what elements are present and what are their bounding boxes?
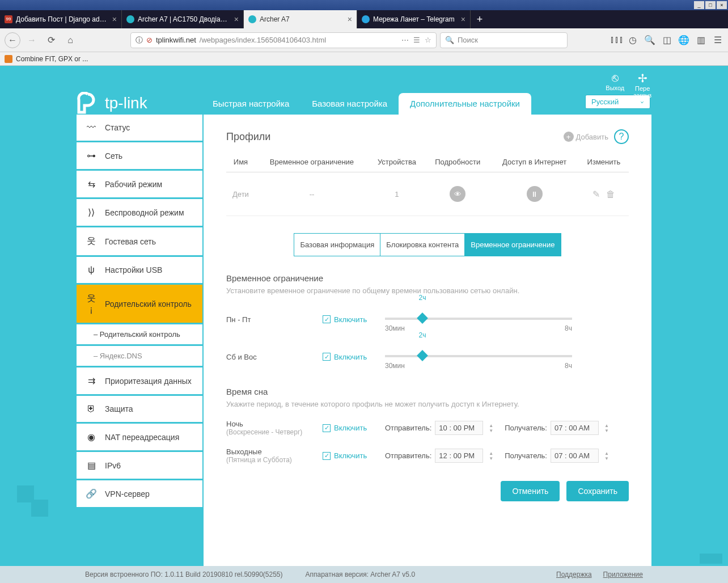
sidebar-item-nat[interactable]: ◉NAT переадресация — [77, 424, 202, 450]
tab-basic[interactable]: Базовая настройка — [300, 93, 399, 115]
time-stepper[interactable]: ▲▼ — [489, 423, 493, 433]
cancel-button[interactable]: Отменить — [501, 481, 560, 501]
time-stepper[interactable]: ▲▼ — [489, 451, 493, 461]
slider-handle[interactable] — [417, 350, 428, 361]
status-icon: 〰 — [86, 122, 97, 133]
browser-tab-telegram[interactable]: Мережа Ланет – Telegram × — [357, 10, 471, 28]
bookmark-icon[interactable]: ☆ — [425, 36, 431, 44]
url-bar[interactable]: ⓘ ⊘ tplinkwifi.net/webpages/index.156508… — [130, 32, 437, 48]
reader-icon[interactable]: ☰ — [413, 36, 420, 44]
library-icon[interactable]: ⫿⫿⫿ — [610, 35, 621, 45]
sidebar-item-security[interactable]: ⛨Защита — [77, 396, 202, 422]
search-icon[interactable]: 🔍 — [644, 35, 655, 45]
tracking-icon[interactable]: ⊘ — [146, 36, 153, 44]
time-stepper[interactable]: ▲▼ — [604, 423, 609, 433]
view-details-button[interactable]: 👁 — [450, 186, 465, 202]
weekend-from-input[interactable]: 12 : 00 PM — [435, 449, 483, 463]
sidebar-item-ipv6[interactable]: ▤IPv6 — [77, 452, 202, 479]
sidebar-sub-yandex-dns[interactable]: Яндекс.DNS — [77, 346, 202, 366]
os-window-bar: _ □ × — [0, 0, 728, 10]
tab-basic-info[interactable]: Базовая информация — [294, 234, 380, 256]
search-icon: 🔍 — [445, 36, 454, 44]
history-icon[interactable]: ◷ — [627, 35, 638, 45]
globe-icon[interactable]: 🌐 — [678, 35, 689, 45]
extension-icon[interactable]: ▥ — [695, 35, 706, 45]
app-link[interactable]: Приложение — [603, 571, 643, 578]
home-button[interactable]: ⌂ — [62, 32, 78, 48]
window-maximize-icon[interactable]: □ — [705, 1, 716, 9]
help-icon[interactable]: ? — [614, 129, 629, 144]
night-sublabel: (Воскресение - Четверг) — [226, 428, 323, 436]
slider-value: 2ч — [419, 331, 426, 339]
logo: tp-link — [77, 92, 201, 115]
browser-tab-archer-admin[interactable]: Archer A7 × — [244, 10, 357, 28]
night-from-input[interactable]: 10 : 00 PM — [435, 421, 483, 435]
pause-internet-button[interactable]: ⏸ — [527, 186, 543, 202]
more-icon[interactable]: ⋯ — [401, 36, 409, 44]
tab-label: Мережа Ланет – Telegram — [373, 15, 455, 23]
pause-icon: ⏸ — [531, 190, 538, 198]
delete-button[interactable]: 🗑 — [606, 189, 615, 199]
sidebar-item-vpn[interactable]: 🔗VPN-сервер — [77, 480, 202, 507]
weekend-slider[interactable]: 2ч 30мин 8ч — [385, 344, 572, 370]
browser-tab-archer-product[interactable]: Archer A7 | AC1750 Дводіапазон × — [122, 10, 244, 28]
back-button[interactable]: ← — [5, 32, 20, 48]
tplink-logo-icon — [77, 92, 99, 115]
window-minimize-icon[interactable]: _ — [694, 1, 704, 9]
support-link[interactable]: Поддержка — [556, 571, 592, 578]
tab-advanced[interactable]: Дополнительные настройки — [399, 93, 531, 115]
sidebar-item-operation-mode[interactable]: ⇆Рабочий режим — [77, 171, 202, 197]
weekend-to-input[interactable]: 07 : 00 AM — [551, 449, 599, 463]
sidebar-item-wireless[interactable]: ⟩⟩Беспроводной режим — [77, 199, 202, 226]
weekday-slider[interactable]: 2ч 30мин 8ч — [385, 306, 572, 332]
info-icon[interactable]: ⓘ — [136, 35, 143, 45]
sidebar-item-status[interactable]: 〰Статус — [77, 115, 202, 141]
tab-quick-setup[interactable]: Быстрая настройка — [201, 93, 300, 115]
tab-content-block[interactable]: Блокировка контента — [380, 234, 465, 256]
reload-button[interactable]: ⟳ — [43, 32, 59, 48]
ipv6-icon: ▤ — [86, 460, 97, 471]
sleep-desc: Укажите период, в течение которого профи… — [226, 400, 629, 408]
edit-button[interactable]: ✎ — [592, 189, 600, 199]
profiles-title: Профили — [226, 131, 270, 143]
close-icon[interactable]: × — [348, 15, 352, 24]
slider-max: 8ч — [565, 324, 572, 332]
tab-label: Archer A7 | AC1750 Дводіапазон — [138, 15, 231, 23]
sidebar-item-network[interactable]: ⊶Сеть — [77, 142, 202, 169]
cell-name: Дети — [226, 172, 255, 216]
close-icon[interactable]: × — [461, 15, 465, 24]
time-stepper[interactable]: ▲▼ — [604, 451, 609, 461]
sleep-heading: Время сна — [226, 387, 629, 396]
close-icon[interactable]: × — [112, 15, 117, 24]
weekend-label: Сб и Вос — [226, 353, 323, 361]
logout-button[interactable]: ⎋ Выход — [606, 71, 624, 105]
sidebar-item-guest[interactable]: 웃Гостевая сеть — [77, 227, 202, 255]
tab-time-limit[interactable]: Временное ограничение — [465, 234, 560, 256]
col-details: Подробности — [425, 152, 490, 172]
close-icon[interactable]: × — [234, 15, 239, 24]
window-close-icon[interactable]: × — [717, 1, 727, 9]
reboot-icon: ✢ — [633, 71, 651, 85]
night-to-input[interactable]: 07 : 00 AM — [551, 421, 599, 435]
weekend-night-enable-checkbox[interactable]: ✓ — [323, 452, 331, 460]
forward-button[interactable]: → — [24, 32, 40, 48]
sidebar-icon[interactable]: ◫ — [661, 35, 672, 45]
save-button[interactable]: Сохранить — [566, 481, 629, 501]
add-profile-button[interactable]: + Добавить — [564, 132, 608, 142]
new-tab-button[interactable]: + — [471, 10, 489, 28]
eye-icon: 👁 — [454, 190, 462, 198]
browser-tab-django[interactable]: 99 Добавить Пост | Django admin p × — [0, 10, 122, 28]
slider-handle[interactable] — [417, 312, 428, 324]
reboot-button[interactable]: ✢ Пере загруз ка — [633, 71, 651, 105]
content-panel: Профили + Добавить ? Имя Временное огран… — [202, 115, 651, 566]
weekend-enable-checkbox[interactable]: ✓ — [323, 353, 331, 361]
sidebar-sub-parental[interactable]: Родительский контроль — [77, 324, 202, 344]
weekday-enable-checkbox[interactable]: ✓ — [323, 315, 331, 323]
sidebar-item-parental[interactable]: 웃¡Родительский контроль — [77, 285, 202, 323]
bookmark-item[interactable]: Combine FIT, GPX or ... — [16, 55, 88, 63]
sidebar-item-qos[interactable]: ⇉Приоритезация данных — [77, 367, 202, 394]
menu-icon[interactable]: ☰ — [712, 35, 723, 45]
sidebar-item-usb[interactable]: ψНастройки USB — [77, 257, 202, 283]
night-enable-checkbox[interactable]: ✓ — [323, 424, 331, 432]
search-bar[interactable]: 🔍 Поиск — [440, 32, 568, 48]
